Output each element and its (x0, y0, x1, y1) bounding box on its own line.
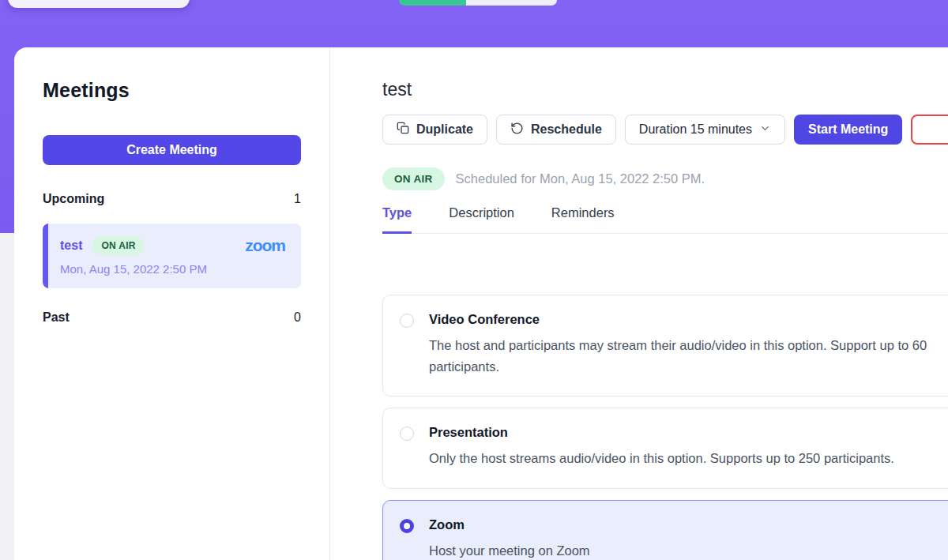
upcoming-label: Upcoming (43, 192, 104, 206)
duplicate-label: Duplicate (416, 122, 473, 137)
tab-description[interactable]: Description (449, 205, 514, 233)
app-panel: Meetings Create Meeting Upcoming 1 test … (14, 47, 948, 560)
option-description: The host and participants may stream the… (429, 335, 948, 377)
meeting-detail: test Duplicate Reschedule Duration 15 mi… (330, 47, 948, 560)
reschedule-label: Reschedule (531, 122, 602, 137)
progress-bar-fill (399, 0, 466, 6)
meeting-type-options: Video Conference The host and participan… (382, 295, 948, 560)
chevron-down-icon (759, 122, 771, 137)
page-title: test (382, 79, 948, 100)
duration-value: Duration 15 minutes (639, 122, 752, 137)
reschedule-button[interactable]: Reschedule (496, 115, 616, 145)
upcoming-section-header: Upcoming 1 (43, 192, 301, 206)
option-title: Zoom (429, 517, 590, 532)
option-title: Presentation (429, 425, 894, 440)
tab-type[interactable]: Type (382, 205, 412, 234)
radio-checked-icon[interactable] (400, 519, 414, 533)
option-description: Host your meeting on Zoom (429, 540, 590, 560)
sidebar-title: Meetings (43, 79, 301, 102)
option-body: Video Conference The host and participan… (429, 312, 948, 377)
option-presentation[interactable]: Presentation Only the host streams audio… (382, 408, 948, 489)
detail-tabs: Type Description Reminders (382, 205, 948, 234)
meetings-sidebar: Meetings Create Meeting Upcoming 1 test … (14, 47, 330, 560)
copy-icon (397, 122, 409, 137)
delete-button[interactable] (911, 115, 948, 145)
header-card (8, 0, 190, 8)
option-title: Video Conference (429, 312, 948, 327)
toolbar: Duplicate Reschedule Duration 15 minutes… (382, 115, 948, 145)
progress-bar (399, 0, 557, 6)
meeting-item-header: test ON AIR zoom (60, 236, 285, 255)
create-meeting-button[interactable]: Create Meeting (43, 135, 301, 165)
progress-bar-track (466, 0, 557, 6)
tab-reminders[interactable]: Reminders (551, 205, 615, 233)
meeting-name: test (60, 239, 82, 253)
meeting-datetime: Mon, Aug 15, 2022 2:50 PM (60, 262, 285, 276)
option-zoom[interactable]: Zoom Host your meeting on Zoom (382, 500, 948, 560)
rotate-ccw-icon (510, 122, 524, 138)
selected-accent-bar (43, 224, 48, 288)
on-air-badge: ON AIR (92, 236, 144, 255)
duplicate-button[interactable]: Duplicate (382, 115, 487, 145)
status-row: ON AIR Scheduled for Mon, Aug 15, 2022 2… (382, 167, 948, 190)
scheduled-text: Scheduled for Mon, Aug 15, 2022 2:50 PM. (456, 171, 705, 186)
option-description: Only the host streams audio/video in thi… (429, 448, 894, 469)
zoom-logo: zoom (245, 236, 285, 255)
option-body: Presentation Only the host streams audio… (429, 425, 894, 469)
radio-unchecked-icon[interactable] (400, 427, 414, 441)
option-body: Zoom Host your meeting on Zoom (429, 517, 590, 560)
on-air-status-badge: ON AIR (382, 167, 445, 190)
past-count: 0 (294, 310, 301, 325)
duration-select[interactable]: Duration 15 minutes (625, 115, 785, 145)
option-video-conference[interactable]: Video Conference The host and participan… (382, 295, 948, 397)
start-meeting-button[interactable]: Start Meeting (794, 115, 902, 145)
meeting-list-item[interactable]: test ON AIR zoom Mon, Aug 15, 2022 2:50 … (43, 224, 301, 288)
upcoming-count: 1 (294, 192, 301, 206)
radio-unchecked-icon[interactable] (400, 314, 414, 328)
past-label: Past (43, 310, 70, 325)
past-section-header: Past 0 (43, 310, 301, 325)
